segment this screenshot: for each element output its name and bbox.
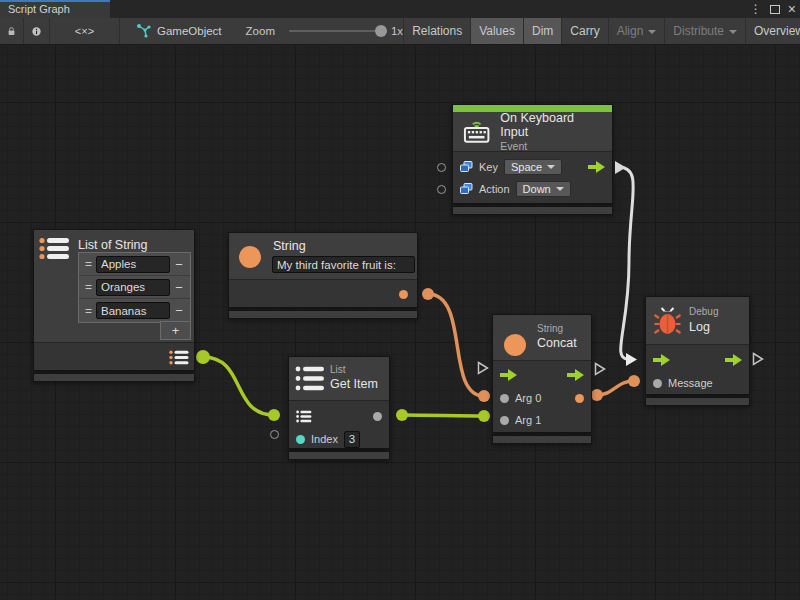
toolbar-right: Relations Values Dim Carry Align Distrib…	[403, 18, 800, 44]
code-icon: <×>	[75, 25, 94, 37]
action-port-label: Action	[479, 183, 510, 195]
node-footer	[645, 397, 750, 406]
wire-knob	[478, 390, 490, 402]
add-item-button[interactable]: +	[160, 321, 191, 340]
node-get-item[interactable]: List Get Item	[288, 356, 390, 460]
dim-toggle[interactable]: Dim	[524, 18, 562, 44]
tab-script-graph[interactable]: Script Graph	[0, 0, 110, 18]
flow-wire-end-triangle[interactable]	[625, 352, 638, 367]
log-flow-out-hollow-triangle[interactable]	[752, 352, 764, 366]
wire-knob	[591, 389, 603, 401]
action-dropdown[interactable]: Down	[516, 181, 571, 197]
enum-icon	[460, 183, 473, 195]
message-port-label: Message	[668, 377, 713, 389]
keyboard-icon	[462, 119, 491, 144]
info-icon	[32, 25, 41, 38]
list-item-input[interactable]	[96, 302, 170, 319]
drag-handle-icon[interactable]: =	[81, 304, 96, 318]
key-dropdown[interactable]: Space	[504, 159, 562, 175]
drag-handle-icon[interactable]: =	[81, 280, 96, 294]
enum-icon	[460, 161, 473, 173]
key-port-label: Key	[479, 161, 498, 173]
wire-list-to-getitem[interactable]	[203, 357, 274, 415]
index-input-port[interactable]	[296, 435, 305, 444]
chevron-down-icon	[648, 30, 656, 34]
node-debug-log[interactable]: Debug Log Message	[645, 296, 750, 406]
node-footer	[288, 451, 390, 460]
distribute-dropdown[interactable]: Distribute	[665, 18, 746, 44]
concat-flow-in-hollow-triangle[interactable]	[477, 361, 489, 375]
zoom-slider[interactable]	[289, 30, 381, 32]
result-output-port[interactable]	[575, 394, 584, 403]
lock-button[interactable]	[0, 18, 24, 44]
flow-output-arrow-icon[interactable]	[725, 354, 742, 366]
wire-knob	[196, 350, 210, 364]
list-item-input[interactable]	[96, 279, 170, 296]
flow-output-arrow-icon[interactable]	[567, 369, 584, 381]
arg0-input-port[interactable]	[500, 394, 509, 403]
node-footer	[33, 373, 195, 382]
carry-toggle[interactable]: Carry	[562, 18, 608, 44]
string-value-input[interactable]	[272, 256, 415, 273]
menu-dots-icon[interactable]: ⋮	[750, 0, 762, 18]
node-footer	[452, 206, 613, 215]
keyboard-key-external-port[interactable]	[437, 163, 446, 172]
gameobject-chip[interactable]: GameObject	[120, 18, 232, 44]
remove-item-button[interactable]: −	[170, 280, 188, 295]
index-value-input[interactable]	[344, 431, 360, 448]
unity-script-graph-window: Script Graph ⋮ ×	[0, 0, 800, 600]
remove-item-button[interactable]: −	[170, 303, 188, 318]
node-list-of-string[interactable]: List of String = − = − =	[33, 229, 195, 382]
zoom-slider-handle[interactable]	[375, 25, 387, 37]
remove-item-button[interactable]: −	[170, 257, 188, 272]
wire-knob	[268, 409, 280, 421]
flow-wire-start-triangle[interactable]	[614, 160, 627, 175]
overview-button[interactable]: Overview	[746, 18, 800, 44]
node-on-keyboard-input[interactable]: On Keyboard Input Event Key Space	[452, 104, 613, 215]
list-editor: = − = − = −	[78, 252, 191, 323]
node-title: Get Item	[330, 377, 378, 391]
flow-input-arrow-icon[interactable]	[653, 354, 670, 366]
wire-string-to-concat-arg0[interactable]	[428, 294, 484, 396]
node-category: String	[537, 323, 563, 334]
concat-flow-out-hollow-triangle[interactable]	[594, 362, 606, 376]
align-dropdown[interactable]: Align	[609, 18, 666, 44]
string-icon	[239, 246, 261, 268]
graph-canvas[interactable]: On Keyboard Input Event Key Space	[0, 46, 800, 600]
flow-output-arrow-icon[interactable]	[588, 161, 605, 173]
edit-code-button[interactable]: <×>	[50, 18, 120, 44]
wire-getitem-to-concat-arg1[interactable]	[402, 415, 484, 416]
wire-knob	[628, 375, 640, 387]
node-title: List of String	[78, 238, 147, 252]
message-input-port[interactable]	[653, 379, 662, 388]
node-footer	[228, 310, 418, 319]
wire-knob	[478, 410, 490, 422]
info-button[interactable]	[24, 18, 50, 44]
lock-icon	[8, 25, 15, 38]
close-icon[interactable]: ×	[788, 0, 796, 18]
keyboard-action-external-port[interactable]	[437, 185, 446, 194]
drag-handle-icon[interactable]: =	[81, 257, 96, 271]
getitem-index-external-port[interactable]	[270, 430, 279, 439]
wire-knob	[422, 288, 434, 300]
node-title: Concat	[537, 336, 577, 350]
relations-toggle[interactable]: Relations	[403, 18, 471, 44]
string-output-port[interactable]	[399, 290, 408, 299]
node-concat[interactable]: String Concat Arg 0	[492, 314, 592, 444]
maximize-icon[interactable]	[770, 5, 780, 14]
flow-input-arrow-icon[interactable]	[500, 369, 517, 381]
values-toggle[interactable]: Values	[471, 18, 524, 44]
wire-keyboard-flow-to-log[interactable]	[618, 167, 633, 359]
item-output-port[interactable]	[373, 412, 382, 421]
chevron-down-icon	[556, 187, 564, 191]
list-input-port-icon[interactable]	[296, 410, 312, 423]
gameobject-graph-icon	[136, 24, 151, 38]
arg1-input-port[interactable]	[500, 416, 509, 425]
gameobject-label: GameObject	[157, 25, 222, 37]
list-item-input[interactable]	[96, 256, 170, 273]
arg1-port-label: Arg 1	[515, 414, 541, 426]
list-output-port-icon[interactable]	[169, 350, 189, 365]
node-string-literal[interactable]: String	[228, 232, 418, 319]
list-item-row: = −	[79, 253, 190, 276]
node-title: Log	[689, 320, 710, 334]
